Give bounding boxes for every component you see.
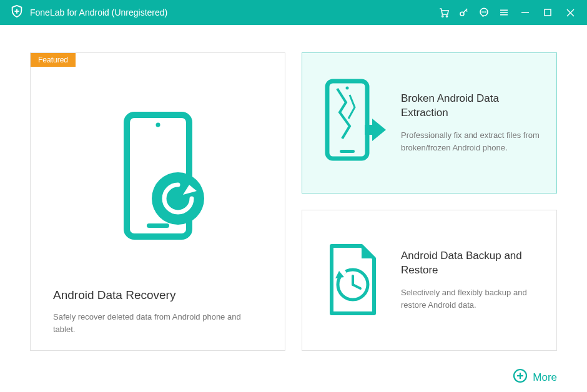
more-label: More [533, 371, 557, 384]
svg-point-4 [460, 12, 464, 16]
cart-icon[interactable] [438, 7, 450, 18]
svg-point-2 [442, 16, 443, 17]
menu-icon[interactable] [498, 7, 510, 18]
card-title: Broken Android Data Extraction [401, 92, 540, 120]
card-android-backup-restore[interactable]: Android Data Backup and Restore Selectiv… [302, 210, 557, 351]
svg-point-3 [446, 16, 447, 17]
card-broken-android-extraction[interactable]: Broken Android Data Extraction Professio… [302, 52, 557, 194]
svg-rect-21 [327, 81, 367, 159]
title-bar: FoneLab for Android (Unregistered) [0, 0, 587, 25]
minimize-button[interactable] [518, 8, 532, 17]
more-link[interactable]: More [513, 368, 557, 386]
phone-recovery-icon [53, 71, 262, 288]
card-android-data-recovery[interactable]: Featured Android Data Recovery Safely re… [30, 52, 285, 351]
svg-point-17 [155, 122, 160, 127]
shield-plus-icon [10, 4, 24, 21]
svg-rect-13 [545, 9, 551, 16]
titlebar-controls [438, 7, 577, 18]
more-row: More [0, 363, 587, 386]
card-description: Professionally fix and extract files fro… [401, 129, 540, 154]
svg-point-22 [346, 87, 349, 90]
file-clock-icon [318, 240, 387, 321]
svg-point-7 [484, 12, 485, 12]
featured-badge: Featured [31, 53, 76, 67]
card-description: Safely recover deleted data from Android… [53, 311, 262, 335]
main-content: Featured Android Data Recovery Safely re… [0, 25, 587, 363]
app-title: FoneLab for Android (Unregistered) [30, 7, 167, 17]
key-icon[interactable] [458, 7, 470, 18]
maximize-button[interactable] [541, 9, 555, 16]
plus-circle-icon [513, 368, 528, 386]
svg-rect-18 [147, 223, 169, 228]
card-description: Selectively and flexibly backup and rest… [401, 287, 540, 311]
svg-line-29 [353, 285, 360, 288]
broken-phone-icon [318, 76, 387, 170]
svg-point-8 [486, 12, 486, 12]
card-title: Android Data Recovery [53, 288, 262, 302]
feedback-icon[interactable] [478, 7, 490, 18]
app-logo-group: FoneLab for Android (Unregistered) [10, 4, 167, 21]
svg-point-19 [152, 172, 204, 225]
card-title: Android Data Backup and Restore [401, 249, 540, 278]
svg-point-6 [482, 12, 483, 12]
close-button[interactable] [563, 9, 577, 17]
svg-rect-24 [365, 125, 373, 135]
svg-rect-23 [340, 150, 355, 153]
svg-marker-25 [372, 119, 386, 141]
